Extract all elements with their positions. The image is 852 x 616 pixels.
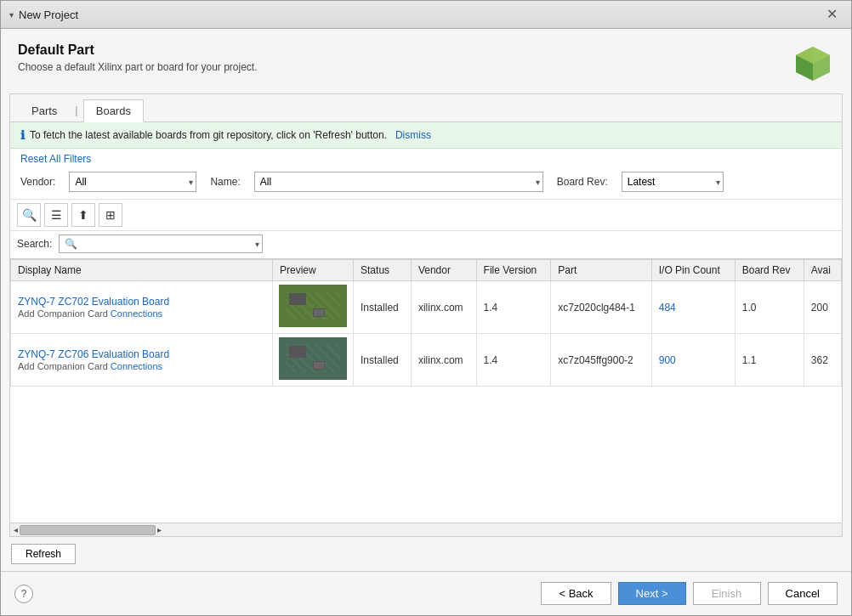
scroll-thumb[interactable]	[20, 525, 156, 535]
part-cell: xc7z045ffg900-2	[551, 334, 652, 387]
search-input[interactable]	[59, 235, 263, 253]
tab-parts[interactable]: Parts	[19, 99, 70, 122]
col-board-rev: Board Rev	[735, 260, 804, 281]
search-toolbar-button[interactable]: 🔍	[17, 203, 41, 227]
col-status: Status	[354, 260, 412, 281]
close-button[interactable]: ✕	[821, 6, 843, 23]
title-bar: ▾ New Project ✕	[1, 1, 851, 29]
info-banner: ℹ To fetch the latest available boards f…	[10, 122, 842, 149]
bottom-bar: ? < Back Next > Einish Cancel	[1, 571, 851, 615]
col-io-pin-count: I/O Pin Count	[651, 260, 735, 281]
page-subtitle: Choose a default Xilinx part or board fo…	[18, 61, 257, 73]
back-button[interactable]: < Back	[541, 582, 611, 605]
avail-cell: 362	[804, 334, 841, 387]
board-preview-image	[279, 285, 347, 327]
col-vendor: Vendor	[411, 260, 476, 281]
filter-down-button[interactable]: ☰	[44, 203, 68, 227]
filter-area: Reset All Filters Vendor: All Name: All …	[10, 149, 842, 199]
io-count-link[interactable]: 484	[659, 302, 676, 314]
vendor-select[interactable]: All	[69, 172, 196, 192]
cancel-button[interactable]: Cancel	[768, 582, 838, 605]
file-version-cell: 1.4	[476, 281, 551, 334]
boards-table-container: Display Name Preview Status Vendor File …	[10, 258, 842, 523]
board-rev-cell: 1.1	[735, 334, 804, 387]
next-button[interactable]: Next >	[618, 582, 686, 605]
hierarchy-button[interactable]: ⊞	[99, 203, 122, 227]
name-label: Name:	[210, 176, 240, 188]
table-row[interactable]: ZYNQ-7 ZC706 Evaluation Board Add Compan…	[11, 334, 842, 387]
window-title: New Project	[19, 8, 78, 21]
col-file-version: File Version	[476, 260, 551, 281]
table-header-row: Display Name Preview Status Vendor File …	[11, 260, 842, 281]
toolbar-area: 🔍 ☰ ⬆ ⊞	[10, 199, 842, 231]
refresh-button[interactable]: Refresh	[11, 544, 76, 564]
info-icon: ℹ	[20, 128, 25, 142]
status-cell: Installed	[354, 334, 412, 387]
content-area: Parts | Boards ℹ To fetch the latest ava…	[9, 93, 843, 537]
vendor-cell: xilinx.com	[411, 281, 476, 334]
header-area: Default Part Choose a default Xilinx par…	[1, 29, 851, 93]
col-display-name: Display Name	[11, 260, 273, 281]
dismiss-link[interactable]: Dismiss	[395, 129, 431, 141]
title-bar-arrow-icon: ▾	[9, 10, 14, 20]
board-rev-select[interactable]: Latest	[622, 172, 724, 192]
boards-table: Display Name Preview Status Vendor File …	[10, 259, 842, 387]
col-part: Part	[551, 260, 652, 281]
board-rev-cell: 1.0	[735, 281, 804, 334]
io-pin-count-cell[interactable]: 900	[651, 334, 735, 387]
part-cell: xc7z020clg484-1	[551, 281, 652, 334]
col-avail: Avai	[804, 260, 841, 281]
tab-boards[interactable]: Boards	[83, 99, 144, 122]
board-rev-label: Board Rev:	[557, 176, 608, 188]
board-name-link[interactable]: ZYNQ-7 ZC706 Evaluation Board	[18, 348, 265, 360]
io-count-link[interactable]: 900	[659, 354, 676, 366]
scroll-left-arrow[interactable]: ◂	[12, 525, 20, 534]
status-cell: Installed	[354, 281, 412, 334]
connections-link[interactable]: Connections	[111, 308, 162, 319]
preview-cell	[273, 334, 354, 387]
avail-cell: 200	[804, 281, 841, 334]
tab-separator: |	[71, 99, 81, 122]
vendor-cell: xilinx.com	[411, 334, 476, 387]
new-project-dialog: ▾ New Project ✕ Default Part Choose a de…	[0, 0, 852, 616]
board-name-link[interactable]: ZYNQ-7 ZC702 Evaluation Board	[18, 296, 265, 308]
search-label: Search:	[17, 238, 52, 250]
connections-link[interactable]: Connections	[111, 361, 162, 371]
reset-filters-link[interactable]: Reset All Filters	[20, 153, 91, 165]
help-button[interactable]: ?	[14, 585, 33, 603]
file-version-cell: 1.4	[476, 334, 551, 387]
tabs-bar: Parts | Boards	[10, 94, 842, 122]
page-title: Default Part	[18, 42, 257, 58]
vendor-label: Vendor:	[20, 176, 55, 188]
info-message: To fetch the latest available boards fro…	[30, 129, 387, 141]
horizontal-scrollbar[interactable]: ◂ ▸	[10, 523, 842, 536]
table-row[interactable]: ZYNQ-7 ZC702 Evaluation Board Add Compan…	[11, 281, 842, 334]
io-pin-count-cell[interactable]: 484	[651, 281, 735, 334]
xilinx-logo	[792, 42, 834, 85]
preview-cell	[273, 281, 354, 334]
col-preview: Preview	[273, 260, 354, 281]
name-select[interactable]: All	[254, 172, 543, 192]
refresh-area: Refresh	[1, 537, 851, 571]
filter-up-button[interactable]: ⬆	[71, 203, 95, 227]
companion-text: Add Companion Card Connections	[18, 361, 162, 371]
companion-text: Add Companion Card Connections	[18, 308, 162, 319]
finish-button[interactable]: Einish	[693, 582, 761, 605]
search-row: Search:	[10, 231, 842, 258]
board-preview-image	[279, 337, 347, 380]
scroll-right-arrow[interactable]: ▸	[156, 525, 163, 534]
